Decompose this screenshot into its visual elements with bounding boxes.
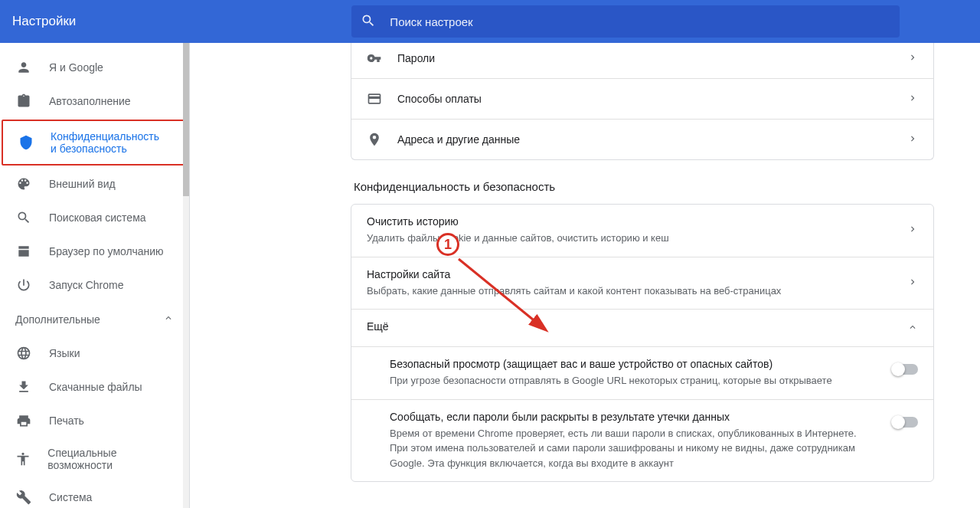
- sidebar-item-label: Скачанные файлы: [49, 381, 142, 393]
- search-icon: [361, 13, 376, 31]
- download-icon: [15, 379, 32, 395]
- autofill-card: Пароли Способы оплаты Адреса и другие да…: [351, 43, 934, 160]
- row-title: Сообщать, если пароли были раскрыты в ре…: [390, 411, 877, 423]
- wrench-icon: [15, 490, 32, 505]
- power-icon: [15, 277, 32, 293]
- row-desc: Время от времени Chrome проверяет, есть …: [390, 426, 877, 471]
- accessibility-icon: [15, 451, 31, 467]
- sidebar-item-label: Я и Google: [49, 61, 103, 74]
- chevron-up-icon: [163, 313, 174, 326]
- person-icon: [15, 60, 32, 75]
- search-field-wrap[interactable]: [351, 5, 900, 38]
- chevron-up-icon: [907, 322, 918, 335]
- row-title: Очистить историю: [367, 215, 907, 228]
- sidebar-item-accessibility[interactable]: Специальные возможности: [0, 438, 189, 480]
- row-title: Безопасный просмотр (защищает вас и ваше…: [390, 358, 877, 370]
- sidebar-item-system[interactable]: Система: [0, 480, 189, 508]
- clipboard-icon: [15, 93, 32, 109]
- row-passwords[interactable]: Пароли: [351, 43, 933, 79]
- row-title: Настройки сайта: [367, 268, 907, 280]
- globe-icon: [15, 346, 32, 361]
- sidebar-item-default-browser[interactable]: Браузер по умолчанию: [0, 234, 189, 268]
- sidebar-item-label: Автозаполнение: [49, 95, 131, 107]
- sidebar-item-label: Система: [49, 491, 92, 503]
- row-title: Ещё: [367, 320, 907, 333]
- sidebar-item-label: Конфиденциальность и безопасность: [51, 130, 168, 155]
- chevron-right-icon: [907, 52, 918, 65]
- browser-icon: [15, 244, 32, 259]
- sidebar: Я и Google Автозаполнение Конфиденциальн…: [0, 43, 190, 508]
- search-input[interactable]: [390, 15, 890, 28]
- row-label: Адреса и другие данные: [397, 133, 907, 146]
- credit-card-icon: [367, 91, 397, 107]
- sidebar-item-label: Браузер по умолчанию: [49, 245, 164, 257]
- main-content: Пароли Способы оплаты Адреса и другие да…: [190, 43, 980, 508]
- location-icon: [367, 132, 397, 147]
- row-password-leak-detection: Сообщать, если пароли были раскрыты в ре…: [351, 400, 933, 482]
- sidebar-item-label: Специальные возможности: [47, 447, 174, 471]
- annotation-marker-1: 1: [436, 233, 459, 256]
- sidebar-item-appearance[interactable]: Внешний вид: [0, 167, 189, 201]
- chevron-right-icon: [907, 133, 918, 146]
- chevron-right-icon: [907, 93, 918, 106]
- row-safe-browsing: Безопасный просмотр (защищает вас и ваше…: [351, 347, 933, 400]
- sidebar-item-on-startup[interactable]: Запуск Chrome: [0, 268, 189, 302]
- sidebar-item-languages[interactable]: Языки: [0, 336, 189, 370]
- search-icon: [15, 210, 32, 225]
- key-icon: [367, 51, 397, 66]
- privacy-section-title: Конфиденциальность и безопасность: [354, 180, 934, 193]
- sidebar-item-label: Языки: [49, 347, 80, 359]
- palette-icon: [15, 176, 32, 192]
- scrollbar-thumb[interactable]: [183, 43, 189, 196]
- sidebar-advanced-toggle[interactable]: Дополнительные: [0, 302, 189, 336]
- sidebar-item-printing[interactable]: Печать: [0, 404, 189, 438]
- row-site-settings[interactable]: Настройки сайта Выбрать, какие данные от…: [351, 257, 933, 310]
- shield-icon: [18, 135, 34, 150]
- chevron-right-icon: [907, 277, 918, 290]
- sidebar-item-label: Поисковая система: [49, 211, 146, 224]
- sidebar-item-label: Печать: [49, 415, 84, 427]
- row-desc: Выбрать, какие данные отправлять сайтам …: [367, 283, 907, 299]
- sidebar-item-downloads[interactable]: Скачанные файлы: [0, 370, 189, 404]
- row-addresses[interactable]: Адреса и другие данные: [351, 120, 933, 159]
- row-label: Способы оплаты: [397, 93, 907, 105]
- header: Настройки: [0, 0, 980, 43]
- row-payment-methods[interactable]: Способы оплаты: [351, 79, 933, 120]
- chevron-right-icon: [907, 224, 918, 237]
- sidebar-item-privacy-security[interactable]: Конфиденциальность и безопасность: [2, 120, 185, 166]
- print-icon: [15, 413, 32, 428]
- sidebar-item-label: Внешний вид: [49, 178, 116, 190]
- password-leak-toggle[interactable]: [892, 417, 918, 428]
- sidebar-advanced-label: Дополнительные: [15, 313, 100, 326]
- row-desc: При угрозе безопасности отправлять в Goo…: [390, 373, 877, 388]
- page-title: Настройки: [12, 14, 76, 29]
- sidebar-item-you-and-google[interactable]: Я и Google: [0, 51, 189, 84]
- row-label: Пароли: [397, 52, 907, 64]
- sidebar-item-label: Запуск Chrome: [49, 279, 123, 291]
- sidebar-item-autofill[interactable]: Автозаполнение: [0, 84, 189, 118]
- row-more-toggle[interactable]: Ещё: [351, 310, 933, 347]
- sidebar-item-search-engine[interactable]: Поисковая система: [0, 201, 189, 234]
- safe-browsing-toggle[interactable]: [892, 364, 918, 375]
